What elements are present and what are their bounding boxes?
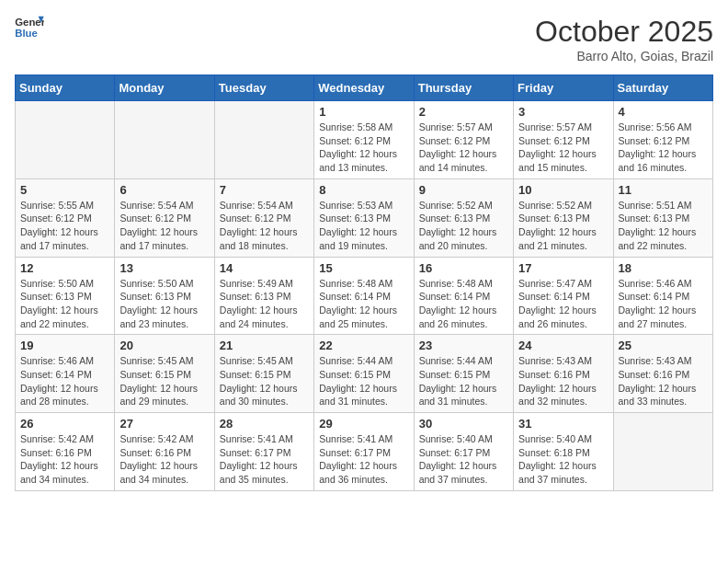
calendar-table: SundayMondayTuesdayWednesdayThursdayFrid… <box>15 75 713 491</box>
logo-icon: GeneralBlue <box>15 15 44 40</box>
calendar-week-3: 12Sunrise: 5:50 AM Sunset: 6:13 PM Dayli… <box>16 257 713 335</box>
calendar-cell: 9Sunrise: 5:52 AM Sunset: 6:13 PM Daylig… <box>414 178 513 257</box>
day-number: 13 <box>119 261 209 275</box>
day-number: 25 <box>619 339 708 352</box>
day-number: 22 <box>319 339 408 352</box>
day-number: 18 <box>619 261 708 275</box>
calendar-cell: 14Sunrise: 5:49 AM Sunset: 6:13 PM Dayli… <box>214 257 313 335</box>
calendar-week-5: 26Sunrise: 5:42 AM Sunset: 6:16 PM Dayli… <box>16 413 713 491</box>
day-info: Sunrise: 5:42 AM Sunset: 6:16 PM Dayligh… <box>20 432 109 487</box>
day-number: 31 <box>518 417 608 431</box>
day-info: Sunrise: 5:42 AM Sunset: 6:16 PM Dayligh… <box>119 432 209 487</box>
day-number: 5 <box>20 183 109 197</box>
calendar-cell: 21Sunrise: 5:45 AM Sunset: 6:15 PM Dayli… <box>214 335 313 413</box>
day-info: Sunrise: 5:58 AM Sunset: 6:12 PM Dayligh… <box>319 121 408 175</box>
day-info: Sunrise: 5:52 AM Sunset: 6:13 PM Dayligh… <box>518 199 608 253</box>
calendar-cell: 25Sunrise: 5:43 AM Sunset: 6:16 PM Dayli… <box>613 335 712 413</box>
weekday-header-row: SundayMondayTuesdayWednesdayThursdayFrid… <box>16 75 713 101</box>
day-number: 3 <box>518 105 608 119</box>
day-info: Sunrise: 5:43 AM Sunset: 6:16 PM Dayligh… <box>619 354 708 408</box>
weekday-header-monday: Monday <box>115 75 214 101</box>
calendar-cell: 31Sunrise: 5:40 AM Sunset: 6:18 PM Dayli… <box>514 413 613 491</box>
day-info: Sunrise: 5:47 AM Sunset: 6:14 PM Dayligh… <box>518 277 608 331</box>
day-info: Sunrise: 5:44 AM Sunset: 6:15 PM Dayligh… <box>419 354 508 408</box>
day-info: Sunrise: 5:52 AM Sunset: 6:13 PM Dayligh… <box>419 199 508 253</box>
day-number: 8 <box>319 183 408 197</box>
calendar-week-2: 5Sunrise: 5:55 AM Sunset: 6:12 PM Daylig… <box>16 178 713 257</box>
day-info: Sunrise: 5:46 AM Sunset: 6:14 PM Dayligh… <box>20 354 109 408</box>
day-info: Sunrise: 5:41 AM Sunset: 6:17 PM Dayligh… <box>319 432 408 487</box>
calendar-cell: 22Sunrise: 5:44 AM Sunset: 6:15 PM Dayli… <box>314 335 414 413</box>
day-number: 6 <box>119 183 209 197</box>
calendar-cell: 6Sunrise: 5:54 AM Sunset: 6:12 PM Daylig… <box>115 178 214 257</box>
day-info: Sunrise: 5:53 AM Sunset: 6:13 PM Dayligh… <box>319 199 408 253</box>
day-info: Sunrise: 5:46 AM Sunset: 6:14 PM Dayligh… <box>619 277 708 331</box>
calendar-cell: 24Sunrise: 5:43 AM Sunset: 6:16 PM Dayli… <box>514 335 613 413</box>
day-number: 12 <box>20 261 109 275</box>
calendar-cell: 26Sunrise: 5:42 AM Sunset: 6:16 PM Dayli… <box>16 413 115 491</box>
day-info: Sunrise: 5:49 AM Sunset: 6:13 PM Dayligh… <box>220 277 309 331</box>
calendar-cell: 23Sunrise: 5:44 AM Sunset: 6:15 PM Dayli… <box>414 335 513 413</box>
calendar-week-1: 1Sunrise: 5:58 AM Sunset: 6:12 PM Daylig… <box>16 101 713 179</box>
day-number: 17 <box>518 261 608 275</box>
day-number: 30 <box>419 417 508 431</box>
month-title: October 2025 <box>535 15 713 49</box>
day-number: 2 <box>419 105 508 119</box>
weekday-header-saturday: Saturday <box>613 75 712 101</box>
calendar-cell: 5Sunrise: 5:55 AM Sunset: 6:12 PM Daylig… <box>16 178 115 257</box>
weekday-header-thursday: Thursday <box>414 75 513 101</box>
weekday-header-tuesday: Tuesday <box>214 75 313 101</box>
day-info: Sunrise: 5:41 AM Sunset: 6:17 PM Dayligh… <box>220 432 309 487</box>
location: Barro Alto, Goias, Brazil <box>535 49 713 63</box>
day-number: 16 <box>419 261 508 275</box>
calendar-cell: 30Sunrise: 5:40 AM Sunset: 6:17 PM Dayli… <box>414 413 513 491</box>
day-number: 11 <box>619 183 708 197</box>
day-number: 9 <box>419 183 508 197</box>
day-number: 24 <box>518 339 608 352</box>
day-number: 26 <box>20 417 109 431</box>
calendar-cell: 16Sunrise: 5:48 AM Sunset: 6:14 PM Dayli… <box>414 257 513 335</box>
day-info: Sunrise: 5:43 AM Sunset: 6:16 PM Dayligh… <box>518 354 608 408</box>
day-info: Sunrise: 5:50 AM Sunset: 6:13 PM Dayligh… <box>20 277 109 331</box>
day-info: Sunrise: 5:56 AM Sunset: 6:12 PM Dayligh… <box>619 121 708 175</box>
calendar-week-4: 19Sunrise: 5:46 AM Sunset: 6:14 PM Dayli… <box>16 335 713 413</box>
calendar-cell <box>115 101 214 179</box>
calendar-cell: 13Sunrise: 5:50 AM Sunset: 6:13 PM Dayli… <box>115 257 214 335</box>
day-info: Sunrise: 5:55 AM Sunset: 6:12 PM Dayligh… <box>20 199 109 253</box>
calendar-cell: 18Sunrise: 5:46 AM Sunset: 6:14 PM Dayli… <box>613 257 712 335</box>
calendar-cell: 10Sunrise: 5:52 AM Sunset: 6:13 PM Dayli… <box>514 178 613 257</box>
calendar-cell: 4Sunrise: 5:56 AM Sunset: 6:12 PM Daylig… <box>613 101 712 179</box>
svg-text:Blue: Blue <box>15 28 38 39</box>
day-info: Sunrise: 5:45 AM Sunset: 6:15 PM Dayligh… <box>220 354 309 408</box>
calendar-cell: 17Sunrise: 5:47 AM Sunset: 6:14 PM Dayli… <box>514 257 613 335</box>
day-number: 23 <box>419 339 508 352</box>
day-info: Sunrise: 5:48 AM Sunset: 6:14 PM Dayligh… <box>319 277 408 331</box>
day-number: 28 <box>220 417 309 431</box>
calendar-cell: 12Sunrise: 5:50 AM Sunset: 6:13 PM Dayli… <box>16 257 115 335</box>
day-info: Sunrise: 5:54 AM Sunset: 6:12 PM Dayligh… <box>119 199 209 253</box>
day-info: Sunrise: 5:44 AM Sunset: 6:15 PM Dayligh… <box>319 354 408 408</box>
day-number: 29 <box>319 417 408 431</box>
calendar-cell: 1Sunrise: 5:58 AM Sunset: 6:12 PM Daylig… <box>314 101 414 179</box>
day-info: Sunrise: 5:50 AM Sunset: 6:13 PM Dayligh… <box>119 277 209 331</box>
calendar-cell: 3Sunrise: 5:57 AM Sunset: 6:12 PM Daylig… <box>514 101 613 179</box>
day-info: Sunrise: 5:57 AM Sunset: 6:12 PM Dayligh… <box>419 121 508 175</box>
calendar-cell: 7Sunrise: 5:54 AM Sunset: 6:12 PM Daylig… <box>214 178 313 257</box>
day-info: Sunrise: 5:40 AM Sunset: 6:18 PM Dayligh… <box>518 432 608 487</box>
day-number: 1 <box>319 105 408 119</box>
calendar-cell: 28Sunrise: 5:41 AM Sunset: 6:17 PM Dayli… <box>214 413 313 491</box>
calendar-cell: 19Sunrise: 5:46 AM Sunset: 6:14 PM Dayli… <box>16 335 115 413</box>
calendar-cell <box>16 101 115 179</box>
title-block: October 2025 Barro Alto, Goias, Brazil <box>535 15 713 63</box>
calendar-cell: 27Sunrise: 5:42 AM Sunset: 6:16 PM Dayli… <box>115 413 214 491</box>
day-info: Sunrise: 5:45 AM Sunset: 6:15 PM Dayligh… <box>119 354 209 408</box>
calendar-cell: 11Sunrise: 5:51 AM Sunset: 6:13 PM Dayli… <box>613 178 712 257</box>
calendar-cell: 2Sunrise: 5:57 AM Sunset: 6:12 PM Daylig… <box>414 101 513 179</box>
day-number: 20 <box>119 339 209 352</box>
calendar-cell <box>613 413 712 491</box>
day-info: Sunrise: 5:40 AM Sunset: 6:17 PM Dayligh… <box>419 432 508 487</box>
day-number: 4 <box>619 105 708 119</box>
weekday-header-wednesday: Wednesday <box>314 75 414 101</box>
page-header: GeneralBlue October 2025 Barro Alto, Goi… <box>15 15 713 63</box>
calendar-cell: 8Sunrise: 5:53 AM Sunset: 6:13 PM Daylig… <box>314 178 414 257</box>
